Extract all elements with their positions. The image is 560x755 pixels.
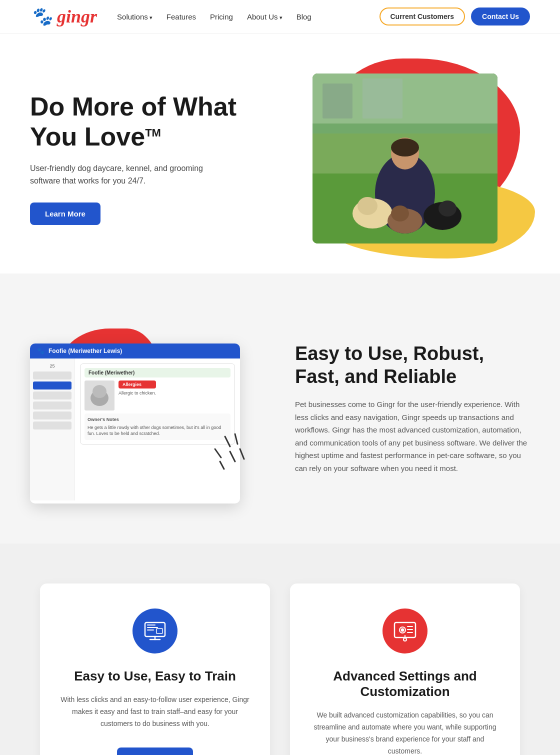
card-advanced-settings: Advanced Settings and Customization We b…	[290, 584, 520, 755]
nav-pricing[interactable]: Pricing	[210, 12, 233, 21]
pet-details: Allergies Allergic to chicken.	[118, 380, 156, 410]
sidebar-slot-5	[33, 422, 72, 430]
monitor-icon	[142, 618, 168, 644]
nav-about[interactable]: About Us	[247, 12, 282, 21]
card-icon-wrap-red	[382, 608, 428, 654]
nav-actions: Current Customers Contact Us	[380, 8, 530, 26]
contact-us-button[interactable]: Contact Us	[471, 8, 530, 26]
nav-solutions[interactable]: Solutions	[117, 12, 152, 21]
svg-line-20	[215, 449, 221, 458]
allergy-badge: Allergies	[118, 380, 156, 388]
features-body: Pet businesses come to Gingr for the use…	[295, 398, 530, 474]
features-heading: Easy to Use, Robust, Fast, and Reliable	[295, 342, 530, 388]
app-screenshot: 🐾 Foofie (Meriwether Lewis) 25 Foofie (M…	[30, 344, 240, 504]
notes-text: He gets a little rowdy with other dogs s…	[88, 424, 228, 437]
screenshot-header: 🐾 Foofie (Meriwether Lewis)	[30, 344, 240, 358]
hero-subtext: User-friendly dog daycare, kennel, and g…	[30, 162, 220, 188]
svg-point-10	[358, 197, 378, 215]
card1-learn-more-button[interactable]: Learn More	[117, 748, 194, 755]
nav-blog[interactable]: Blog	[296, 12, 312, 21]
features-image-area: 🐾 Foofie (Meriwether Lewis) 25 Foofie (M…	[30, 314, 265, 504]
svg-point-36	[404, 638, 406, 641]
hero-image-svg	[312, 74, 498, 244]
card-easy-use: Easy to Use, Easy to Train With less cli…	[40, 584, 270, 755]
allergy-detail: Allergic to chicken.	[118, 390, 156, 396]
hero-photo	[312, 74, 498, 244]
svg-point-12	[438, 200, 456, 216]
screenshot-main: Foofie (Meriwether) Allergies	[75, 358, 240, 500]
pet-thumb-svg	[84, 380, 114, 410]
svg-rect-30	[156, 628, 162, 634]
hero-learn-more-button[interactable]: Learn More	[30, 202, 100, 225]
pet-card-header: Foofie (Meriwether)	[84, 368, 230, 378]
paw-icon: 🐾	[37, 348, 44, 354]
card1-title: Easy to Use, Easy to Train	[60, 668, 250, 684]
svg-rect-3	[322, 84, 352, 118]
screenshot-body: 25 Foofie (Meriwether)	[30, 358, 240, 500]
nav-links: Solutions Features Pricing About Us Blog	[117, 12, 379, 21]
card2-title: Advanced Settings and Customization	[310, 668, 500, 700]
screenshot-sidebar: 25	[30, 358, 75, 500]
hero-text: Do More of What You LoveTM User-friendly…	[30, 92, 280, 225]
site-logo[interactable]: 🐾 gingr	[30, 6, 97, 27]
sidebar-date: 25	[33, 364, 72, 368]
sidebar-slot	[33, 372, 72, 380]
svg-point-14	[391, 206, 409, 222]
svg-line-22	[240, 449, 244, 459]
svg-rect-4	[362, 78, 402, 118]
decorative-ticks	[210, 432, 250, 474]
nav-features[interactable]: Features	[166, 12, 196, 21]
svg-point-8	[391, 138, 419, 156]
svg-point-38	[402, 629, 404, 632]
pet-thumbnail	[84, 380, 114, 410]
card1-body: With less clicks and an easy-to-follow u…	[60, 694, 250, 730]
logo-paw-icon: 🐾	[30, 6, 52, 26]
svg-line-23	[220, 462, 224, 469]
cards-section: Easy to Use, Easy to Train With less cli…	[0, 544, 560, 755]
pet-notes: Owner's Notes He gets a little rowdy wit…	[84, 414, 230, 440]
svg-line-18	[225, 436, 230, 446]
hero-section: Do More of What You LoveTM User-friendly…	[0, 34, 560, 274]
sidebar-slot-2	[33, 392, 72, 400]
navbar: 🐾 gingr Solutions Features Pricing About…	[0, 0, 560, 34]
svg-line-19	[235, 434, 238, 444]
hero-image-area	[280, 64, 530, 254]
card2-body: We built advanced customization capabili…	[310, 710, 500, 755]
features-text: Easy to Use, Robust, Fast, and Reliable …	[295, 342, 530, 474]
hero-heading: Do More of What You LoveTM	[30, 92, 280, 152]
settings-icon	[392, 618, 418, 644]
card-icon-wrap-blue	[132, 608, 178, 654]
sidebar-slot-4	[33, 412, 72, 420]
current-customers-button[interactable]: Current Customers	[380, 8, 466, 26]
sidebar-slot-3	[33, 402, 72, 410]
svg-line-21	[230, 452, 235, 462]
notes-label: Owner's Notes	[88, 416, 228, 423]
hero-photo-inner	[312, 74, 498, 244]
svg-point-17	[92, 385, 106, 398]
pet-name-header: Foofie (Meriwether Lewis)	[48, 348, 122, 354]
ticks-svg	[210, 432, 250, 472]
pet-photo-area: Allergies Allergic to chicken.	[84, 380, 230, 410]
features-section: 🐾 Foofie (Meriwether Lewis) 25 Foofie (M…	[0, 274, 560, 544]
sidebar-slot-active	[33, 382, 72, 390]
